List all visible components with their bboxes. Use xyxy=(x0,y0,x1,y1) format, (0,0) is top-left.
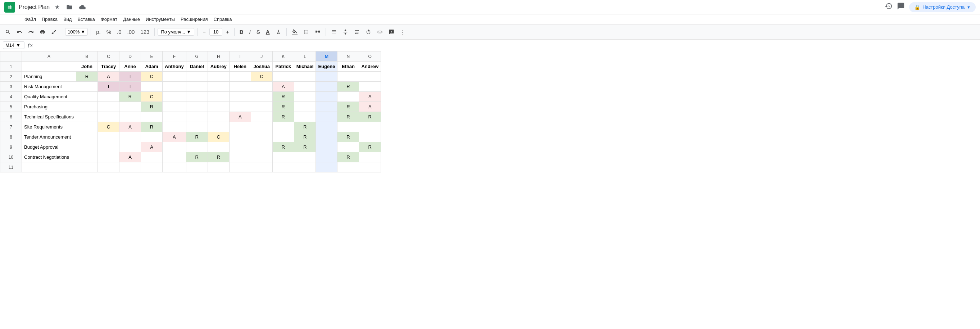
cell-e7[interactable]: R xyxy=(141,122,162,132)
cell-d4[interactable]: R xyxy=(119,92,141,102)
font-size-decrease[interactable]: − xyxy=(200,27,208,36)
cell-m9[interactable] xyxy=(316,142,337,152)
cell-h6[interactable] xyxy=(208,112,229,122)
cell-h2[interactable] xyxy=(208,72,229,82)
cell-a3[interactable]: Risk Management xyxy=(22,82,76,92)
cell-i10[interactable] xyxy=(229,152,251,162)
cell-h1[interactable]: Aubrey xyxy=(208,62,229,72)
col-header-h[interactable]: H xyxy=(208,51,229,62)
cell-j10[interactable] xyxy=(251,152,272,162)
cell-j8[interactable] xyxy=(251,132,272,142)
text-color-button[interactable] xyxy=(274,28,283,36)
cell-f8[interactable]: A xyxy=(162,132,186,142)
currency-button[interactable]: р. xyxy=(94,27,103,36)
cell-l7[interactable]: R xyxy=(294,122,316,132)
cell-o11[interactable] xyxy=(359,162,381,172)
menu-extensions[interactable]: Расширения xyxy=(178,14,211,24)
cell-n4[interactable] xyxy=(337,92,359,102)
cell-i11[interactable] xyxy=(229,162,251,172)
cell-l9[interactable]: R xyxy=(294,142,316,152)
redo-button[interactable] xyxy=(26,28,36,36)
cell-f2[interactable] xyxy=(162,72,186,82)
folder-button[interactable] xyxy=(65,3,74,11)
cell-c11[interactable] xyxy=(98,162,119,172)
cell-o8[interactable] xyxy=(359,132,381,142)
cell-n9[interactable] xyxy=(337,142,359,152)
cell-k5[interactable]: R xyxy=(272,102,294,112)
cell-e8[interactable] xyxy=(141,132,162,142)
cell-c3[interactable]: I xyxy=(98,82,119,92)
col-header-e[interactable]: E xyxy=(141,51,162,62)
cell-m3[interactable] xyxy=(316,82,337,92)
format-123-button[interactable]: 123 xyxy=(138,27,151,36)
cell-f10[interactable] xyxy=(162,152,186,162)
cell-i9[interactable] xyxy=(229,142,251,152)
cell-k8[interactable] xyxy=(272,132,294,142)
cell-h8[interactable]: C xyxy=(208,132,229,142)
cell-h11[interactable] xyxy=(208,162,229,172)
cell-c9[interactable] xyxy=(98,142,119,152)
star-button[interactable]: ★ xyxy=(53,3,61,11)
more-options-button[interactable]: ⋮ xyxy=(398,27,407,37)
cell-i2[interactable] xyxy=(229,72,251,82)
col-header-f[interactable]: F xyxy=(162,51,186,62)
cell-o6[interactable]: R xyxy=(359,112,381,122)
cell-n11[interactable] xyxy=(337,162,359,172)
cell-reference[interactable]: M14 ▼ xyxy=(3,42,24,49)
access-settings-button[interactable]: 🔒 Настройки Доступа ▼ xyxy=(909,2,976,12)
col-header-c[interactable]: C xyxy=(98,51,119,62)
zoom-selector[interactable]: 100% ▼ xyxy=(65,28,88,36)
cell-l2[interactable] xyxy=(294,72,316,82)
comment-icon[interactable] xyxy=(897,2,905,12)
fill-color-button[interactable] xyxy=(290,28,300,36)
cell-k9[interactable]: R xyxy=(272,142,294,152)
cell-l5[interactable] xyxy=(294,102,316,112)
cell-h4[interactable] xyxy=(208,92,229,102)
col-header-b[interactable]: B xyxy=(76,51,98,62)
cell-h3[interactable] xyxy=(208,82,229,92)
menu-data[interactable]: Данные xyxy=(120,14,143,24)
cell-c10[interactable] xyxy=(98,152,119,162)
cell-n6[interactable]: R xyxy=(337,112,359,122)
cell-m6[interactable] xyxy=(316,112,337,122)
cell-b5[interactable] xyxy=(76,102,98,112)
cell-d11[interactable] xyxy=(119,162,141,172)
rotate-button[interactable] xyxy=(363,28,374,36)
cell-k10[interactable] xyxy=(272,152,294,162)
menu-format[interactable]: Формат xyxy=(98,14,120,24)
cell-d7[interactable]: A xyxy=(119,122,141,132)
cell-l8[interactable]: R xyxy=(294,132,316,142)
cell-e11[interactable] xyxy=(141,162,162,172)
menu-help[interactable]: Справка xyxy=(211,14,235,24)
print-button[interactable] xyxy=(37,28,48,36)
cell-g8[interactable]: R xyxy=(186,132,208,142)
cell-o1[interactable]: Andrew xyxy=(359,62,381,72)
font-selector[interactable]: По умолч... ▼ xyxy=(158,28,194,36)
cell-j5[interactable] xyxy=(251,102,272,112)
cell-b6[interactable] xyxy=(76,112,98,122)
cell-i4[interactable] xyxy=(229,92,251,102)
spreadsheet-container[interactable]: A B C D E F G H I J K L M N O xyxy=(0,51,980,329)
cell-g5[interactable] xyxy=(186,102,208,112)
cell-j3[interactable] xyxy=(251,82,272,92)
cell-k6[interactable]: R xyxy=(272,112,294,122)
decimal-dec-button[interactable]: .0 xyxy=(115,27,124,36)
cell-j11[interactable] xyxy=(251,162,272,172)
cell-d9[interactable] xyxy=(119,142,141,152)
cell-k11[interactable] xyxy=(272,162,294,172)
cell-m7[interactable] xyxy=(316,122,337,132)
cell-n7[interactable] xyxy=(337,122,359,132)
cell-g6[interactable] xyxy=(186,112,208,122)
cell-i7[interactable] xyxy=(229,122,251,132)
cell-b2[interactable]: R xyxy=(76,72,98,82)
col-header-m[interactable]: M xyxy=(316,51,337,62)
valign-button[interactable] xyxy=(340,28,350,36)
cell-j6[interactable] xyxy=(251,112,272,122)
cell-j7[interactable] xyxy=(251,122,272,132)
formula-input[interactable] xyxy=(36,43,977,48)
cell-j4[interactable] xyxy=(251,92,272,102)
cell-d3[interactable]: I xyxy=(119,82,141,92)
cell-f4[interactable] xyxy=(162,92,186,102)
halign-button[interactable] xyxy=(329,28,339,36)
cell-n2[interactable] xyxy=(337,72,359,82)
